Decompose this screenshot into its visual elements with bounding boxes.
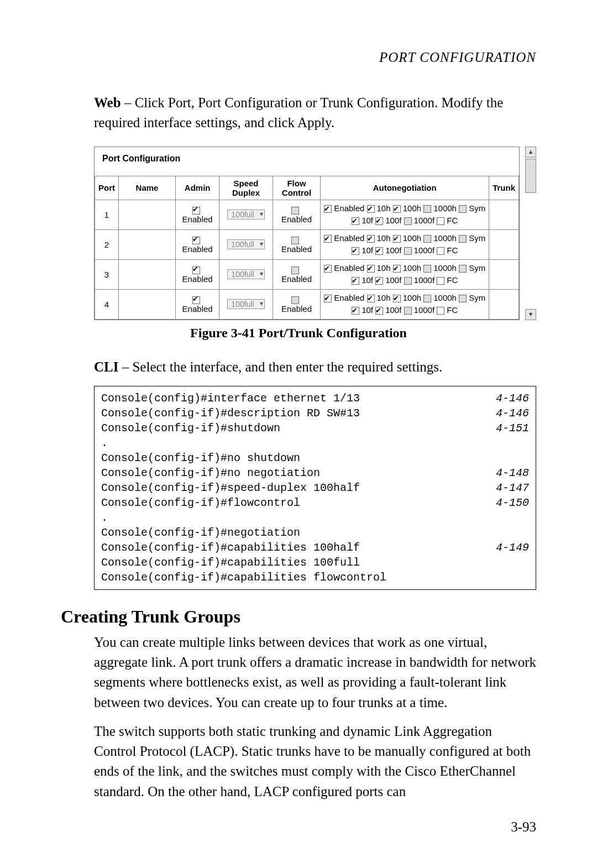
autoneg-cell: Enabled 10h 100h 1000h Sym10f 100f 1000f… — [321, 259, 489, 289]
checkbox[interactable] — [352, 217, 359, 225]
speed-dropdown[interactable]: 100full — [227, 210, 264, 219]
col-speed: Speed Duplex — [219, 176, 273, 200]
scroll-up-icon[interactable]: ▴ — [525, 147, 536, 158]
flow-checkbox[interactable] — [291, 207, 299, 215]
speed-dropdown[interactable]: 100full — [227, 299, 264, 309]
checkbox[interactable] — [367, 205, 375, 213]
autoneg-cell: Enabled 10h 100h 1000h Sym10f 100f 1000f… — [321, 200, 489, 229]
checkbox[interactable] — [437, 247, 444, 255]
col-port: Port — [95, 176, 119, 200]
checkbox[interactable] — [324, 235, 332, 243]
checkbox[interactable] — [367, 265, 375, 273]
admin-cell: Enabled — [176, 200, 219, 229]
speed-cell: 100full — [219, 229, 273, 259]
admin-checkbox[interactable] — [192, 266, 200, 274]
checkbox[interactable] — [437, 277, 444, 285]
checkbox[interactable] — [404, 277, 412, 285]
cli-line: Console(config-if)#flowcontrol4-150 — [101, 495, 529, 510]
flow-cell: Enabled — [273, 289, 321, 319]
checkbox[interactable] — [423, 265, 431, 273]
checkbox[interactable] — [375, 217, 383, 225]
checkbox[interactable] — [352, 247, 359, 255]
speed-dropdown[interactable]: 100full — [227, 269, 264, 279]
intro-text: – Click Port, Port Configuration or Trun… — [94, 95, 503, 130]
cli-intro-text: – Select the interface, and then enter t… — [118, 359, 442, 374]
figure-caption: Figure 3-41 Port/Trunk Configuration — [61, 326, 536, 341]
cli-line: Console(config-if)#no shutdown — [101, 451, 529, 466]
trunk-cell — [489, 200, 519, 229]
cli-line: Console(config-if)#speed-duplex 100half4… — [101, 480, 529, 495]
checkbox[interactable] — [437, 217, 444, 225]
cli-line: Console(config-if)#capabilities 100half4… — [101, 540, 529, 555]
speed-cell: 100full — [219, 259, 273, 289]
checkbox[interactable] — [324, 295, 332, 302]
autoneg-cell: Enabled 10h 100h 1000h Sym10f 100f 1000f… — [321, 289, 489, 319]
flow-checkbox[interactable] — [291, 237, 299, 244]
trunk-cell — [489, 229, 519, 259]
checkbox[interactable] — [393, 205, 401, 213]
body-paragraph-2: The switch supports both static trunking… — [94, 721, 536, 802]
name-input[interactable] — [119, 259, 176, 289]
scroll-thumb[interactable] — [525, 159, 536, 193]
name-input[interactable] — [119, 289, 176, 319]
col-admin: Admin — [176, 176, 219, 200]
checkbox[interactable] — [404, 307, 412, 315]
checkbox[interactable] — [459, 295, 467, 302]
checkbox[interactable] — [375, 307, 383, 315]
section-heading: Creating Trunk Groups — [61, 606, 536, 627]
autoneg-cell: Enabled 10h 100h 1000h Sym10f 100f 1000f… — [321, 229, 489, 259]
cli-line: Console(config)#interface ethernet 1/134… — [101, 391, 529, 406]
speed-cell: 100full — [219, 200, 273, 229]
checkbox[interactable] — [404, 217, 412, 225]
checkbox[interactable] — [423, 235, 431, 243]
flow-cell: Enabled — [273, 200, 321, 229]
checkbox[interactable] — [352, 307, 359, 315]
flow-cell: Enabled — [273, 259, 321, 289]
flow-cell: Enabled — [273, 229, 321, 259]
speed-dropdown[interactable]: 100full — [227, 239, 264, 249]
scroll-down-icon[interactable]: ▾ — [525, 309, 536, 320]
admin-checkbox[interactable] — [192, 296, 200, 304]
cli-line: Console(config-if)#shutdown4-151 — [101, 421, 529, 436]
checkbox[interactable] — [423, 295, 431, 302]
cli-line: Console(config-if)#no negotiation4-148 — [101, 466, 529, 480]
checkbox[interactable] — [324, 205, 332, 213]
checkbox[interactable] — [375, 247, 383, 255]
flow-checkbox[interactable] — [291, 266, 299, 274]
cli-line: Console(config-if)#description RD SW#134… — [101, 406, 529, 421]
admin-checkbox[interactable] — [192, 237, 200, 244]
trunk-cell — [489, 289, 519, 319]
admin-checkbox[interactable] — [192, 207, 200, 215]
name-input[interactable] — [119, 200, 176, 229]
checkbox[interactable] — [459, 205, 467, 213]
checkbox[interactable] — [459, 265, 467, 273]
cli-line: . — [101, 436, 529, 451]
checkbox[interactable] — [352, 277, 359, 285]
running-head: PORT CONFIGURATION — [61, 50, 536, 65]
checkbox[interactable] — [393, 235, 401, 243]
port-number: 2 — [95, 229, 119, 259]
cli-intro-bold: CLI — [94, 359, 118, 374]
checkbox[interactable] — [437, 307, 444, 315]
checkbox[interactable] — [367, 295, 375, 302]
port-config-screenshot: Port Configuration Port Name Admin Speed… — [94, 147, 520, 320]
trunk-cell — [489, 259, 519, 289]
name-input[interactable] — [119, 229, 176, 259]
col-name: Name — [119, 176, 176, 200]
cli-intro: CLI – Select the interface, and then ent… — [94, 357, 536, 377]
checkbox[interactable] — [375, 277, 383, 285]
checkbox[interactable] — [459, 235, 467, 243]
checkbox[interactable] — [404, 247, 412, 255]
checkbox[interactable] — [367, 235, 375, 243]
checkbox[interactable] — [393, 295, 401, 302]
admin-cell: Enabled — [176, 289, 219, 319]
admin-cell: Enabled — [176, 259, 219, 289]
speed-cell: 100full — [219, 289, 273, 319]
checkbox[interactable] — [393, 265, 401, 273]
flow-checkbox[interactable] — [291, 296, 299, 304]
intro-bold: Web — [94, 95, 121, 110]
cli-line: Console(config-if)#negotiation — [101, 525, 529, 540]
checkbox[interactable] — [423, 205, 431, 213]
checkbox[interactable] — [324, 265, 332, 273]
scrollbar[interactable]: ▴ ▾ — [525, 147, 536, 320]
